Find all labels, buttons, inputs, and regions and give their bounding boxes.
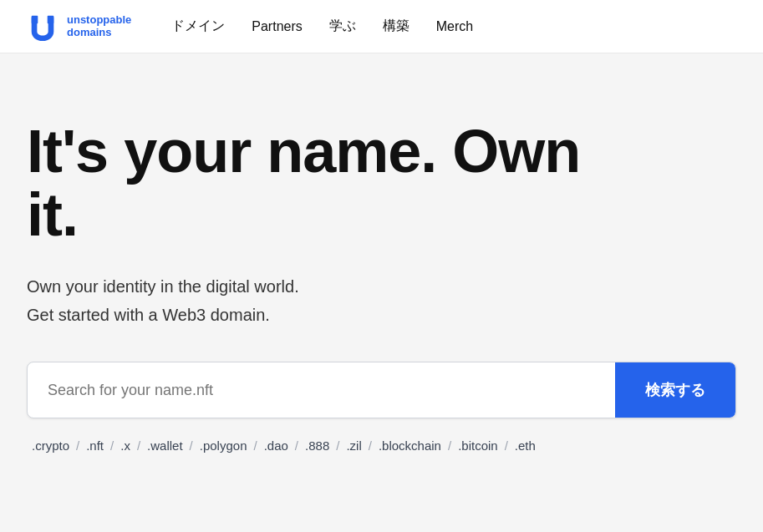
tld-separator: / bbox=[367, 438, 374, 453]
main-content: It's your name. Own it. Own your identit… bbox=[0, 53, 763, 496]
tld-item: .x bbox=[115, 435, 135, 456]
tld-item: .blockchain bbox=[374, 435, 446, 456]
logo-line1: unstoppable bbox=[67, 14, 131, 26]
tld-separator: / bbox=[135, 438, 142, 453]
svg-rect-0 bbox=[32, 15, 38, 23]
nav-learn[interactable]: 学ぶ bbox=[329, 18, 356, 35]
subheadline: Own your identity in the digital world. … bbox=[27, 273, 736, 328]
logo-icon bbox=[27, 11, 58, 43]
search-button[interactable]: 検索する bbox=[615, 362, 735, 418]
tld-item: .wallet bbox=[142, 435, 188, 456]
logo-link[interactable]: unstoppable domains bbox=[27, 11, 131, 43]
tld-separator: / bbox=[188, 438, 195, 453]
tld-separator: / bbox=[109, 438, 115, 453]
nav-build[interactable]: 構築 bbox=[383, 18, 409, 35]
tld-list: .crypto/.nft/.x/.wallet/.polygon/.dao/.8… bbox=[27, 435, 736, 456]
tld-separator: / bbox=[334, 438, 341, 453]
tld-item: .bitcoin bbox=[453, 435, 503, 456]
header: unstoppable domains ドメイン Partners 学ぶ 構築 … bbox=[0, 0, 763, 53]
subheadline-line1: Own your identity in the digital world. bbox=[27, 273, 736, 300]
logo-line2: domains bbox=[67, 27, 131, 38]
tld-item: .zil bbox=[341, 435, 366, 456]
tld-separator: / bbox=[446, 438, 453, 453]
tld-item: .crypto bbox=[27, 435, 74, 456]
tld-separator: / bbox=[293, 438, 300, 453]
tld-item: .888 bbox=[300, 435, 334, 456]
tld-item: .dao bbox=[259, 435, 293, 456]
page-headline: It's your name. Own it. bbox=[27, 120, 612, 246]
tld-item: .nft bbox=[81, 435, 109, 456]
svg-rect-1 bbox=[48, 15, 54, 23]
nav-partners[interactable]: Partners bbox=[252, 19, 302, 34]
nav-domains[interactable]: ドメイン bbox=[171, 18, 225, 35]
search-input[interactable] bbox=[28, 362, 615, 418]
subheadline-line2: Get started with a Web3 domain. bbox=[27, 301, 736, 328]
nav-merch[interactable]: Merch bbox=[436, 19, 473, 34]
tld-item: .polygon bbox=[195, 435, 252, 456]
tld-separator: / bbox=[503, 438, 510, 453]
logo-text: unstoppable domains bbox=[67, 14, 131, 38]
tld-item: .eth bbox=[510, 435, 541, 456]
main-nav: ドメイン Partners 学ぶ 構築 Merch bbox=[171, 18, 473, 35]
tld-separator: / bbox=[252, 438, 258, 453]
tld-separator: / bbox=[74, 438, 81, 453]
search-bar: 検索する bbox=[27, 362, 736, 418]
